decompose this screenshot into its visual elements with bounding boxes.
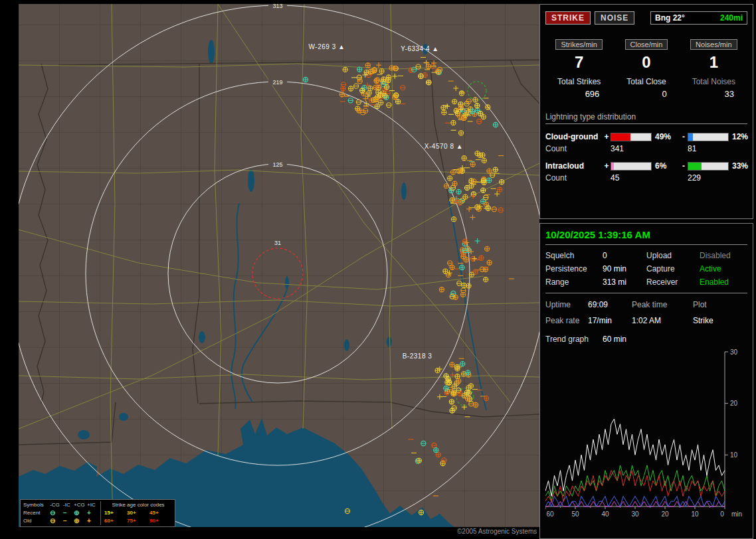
legend-age-title: Strike age color codes [104,501,172,509]
svg-text:50: 50 [571,510,579,518]
close-per-min-button[interactable]: Close/min [625,39,668,50]
strikes-per-min-value: 7 [545,53,613,72]
neg-ic-old-icon: − [63,517,74,525]
range-row: Range 313 mi Receiver Enabled [545,275,747,289]
age-75: 75+ [127,517,149,525]
total-close-block: Total Close 0 [613,77,680,99]
svg-text:B-2318 3: B-2318 3 [403,352,432,360]
bearing-value: Bng 22° [655,13,685,23]
legend-col-pos-ic: +IC [87,501,98,509]
noises-per-min-value: 1 [680,53,747,72]
svg-text:Y-6334 4 ▲: Y-6334 4 ▲ [401,45,438,52]
trend-graph: 1020306050403020100min [545,349,747,519]
map-legend: Symbols -CG -IC +CG +IC Recent ⊖ − ⊕ + O… [20,499,175,527]
total-strikes-label: Total Strikes [545,77,613,86]
pos-cg-old-icon: ⊕ [74,517,87,525]
uptime-label: Uptime [545,300,588,309]
svg-text:40: 40 [601,510,609,518]
stats-panel: STRIKE NOISE Bng 22° 240mi Strikes/min 7… [539,4,753,219]
close-per-min-block: Close/min 0 [613,38,680,72]
bearing-range-readout: Bng 22° 240mi [650,11,747,25]
svg-text:min: min [731,510,742,518]
legend-recent-label: Recent [23,509,50,517]
separator [545,293,747,293]
range-label: Range [545,277,603,287]
total-strikes-block: Total Strikes 696 [545,77,613,99]
neg-cg-recent-icon: ⊖ [50,509,63,517]
close-per-min-value: 0 [613,53,680,72]
legend-age-row-1: 15+ 30+ 45+ [104,509,172,517]
noises-per-min-block: Noises/min 1 [680,38,747,72]
receiver-value: Enabled [700,277,747,287]
cg-minus-sign: - [680,132,688,141]
cg-positive-count: 341 [611,144,652,153]
ic-positive-bar [611,162,652,171]
totals-row: Total Strikes 696 Total Close 0 Total No… [545,77,747,99]
datetime-readout: 10/20/2025 1:39:16 AM [545,229,747,240]
legend-recent-row: Recent ⊖ − ⊕ + [23,509,98,517]
noise-indicator[interactable]: NOISE [595,11,634,25]
intracloud-label: Intracloud [545,161,603,171]
peak-rate-row: Peak rate 17/min 1:02 AM Strike [545,313,747,328]
pos-cg-recent-icon: ⊕ [74,509,87,517]
strike-indicator[interactable]: STRIKE [545,11,591,25]
squelch-row: Squelch 0 Upload Disabled [545,249,747,262]
indicator-row: STRIKE NOISE Bng 22° 240mi [545,11,747,25]
svg-text:125: 125 [272,161,282,168]
copyright-text: ©2005 Astrogenic Systems [457,528,537,535]
svg-text:20: 20 [661,510,669,518]
total-noises-block: Total Noises 33 [680,77,747,99]
peak-rate-label: Peak rate [545,316,588,325]
svg-text:0: 0 [720,510,724,518]
status-panel: 10/20/2025 1:39:16 AM Squelch 0 Upload D… [539,223,753,539]
svg-text:30: 30 [730,349,738,356]
map-canvas: 31321912531 W-269 3 ▲Y-6334 4 ▲X-4570 8 … [19,4,539,527]
noises-per-min-button[interactable]: Noises/min [690,39,737,50]
total-noises-label: Total Noises [680,77,747,86]
age-15: 15+ [104,509,127,517]
legend-col-neg-cg: -CG [50,501,63,509]
peak-time-value: 1:02 AM [632,316,693,325]
range-value: 313 mi [603,277,646,287]
legend-symbols-header: Symbols [23,501,50,509]
svg-text:30: 30 [631,510,639,518]
legend-header-row: Symbols -CG -IC +CG +IC [23,501,98,509]
legend-col-neg-ic: -IC [63,501,74,509]
total-close-label: Total Close [613,77,680,86]
trend-window-value: 60 min [603,335,656,344]
peak-rate-value: 17/min [588,316,632,325]
ic-plus-sign: + [603,161,611,171]
cloud-ground-row: Cloud-ground + 49% - 12% [545,132,747,141]
squelch-label: Squelch [545,251,603,260]
cg-plus-sign: + [603,132,611,141]
cg-negative-bar [688,133,729,141]
ic-count-label: Count [545,173,603,183]
distribution-title: Lightning type distribution [545,112,747,124]
neg-cg-old-icon: ⊖ [50,517,63,525]
ic-negative-pct: 33% [729,161,751,171]
map-view[interactable]: 31321912531 W-269 3 ▲Y-6334 4 ▲X-4570 8 … [19,4,539,527]
water-shapes [19,40,454,527]
intracloud-count-row: Count 45 229 [545,173,747,183]
legend-symbols-block: Symbols -CG -IC +CG +IC Recent ⊖ − ⊕ + O… [23,501,98,525]
ic-negative-count: 229 [688,173,729,183]
age-90: 90+ [149,517,172,525]
uptime-value: 69:09 [588,300,632,309]
svg-text:31: 31 [274,240,281,246]
legend-col-pos-cg: +CG [74,501,87,509]
cg-positive-bar [611,133,652,141]
upload-value: Disabled [700,251,747,260]
svg-text:60: 60 [546,510,554,518]
cloud-ground-label: Cloud-ground [545,132,603,141]
peak-time-label: Peak time [632,300,693,309]
cloud-ground-count-row: Count 341 81 [545,144,747,153]
svg-text:219: 219 [272,79,282,86]
svg-text:313: 313 [272,4,282,9]
strikes-per-min-button[interactable]: Strikes/min [555,39,602,50]
cg-positive-pct: 49% [652,132,680,141]
cg-negative-pct: 12% [729,132,751,141]
age-45: 45+ [149,509,172,517]
plot-label: Plot [693,300,739,309]
ic-positive-count: 45 [611,173,652,183]
ic-minus-sign: - [680,161,688,171]
